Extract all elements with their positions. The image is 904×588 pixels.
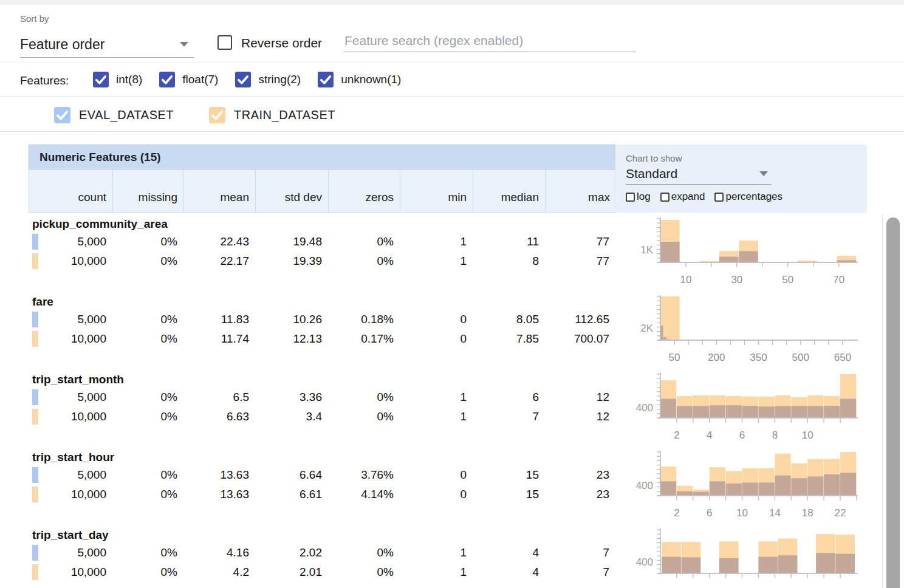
stat-value: 6.63 xyxy=(183,407,255,426)
dataset-label: TRAIN_DATASET xyxy=(234,108,335,122)
stats-row-train_dataset: 10,0000%13.636.614.14%01523 xyxy=(29,485,615,504)
y-axis-ref-label: 400 xyxy=(636,402,653,414)
stat-value: 2.02 xyxy=(255,543,328,562)
chart-toggle-label: log xyxy=(637,191,651,203)
stat-value: 13.63 xyxy=(183,465,255,485)
content-right-border xyxy=(882,214,883,588)
checkbox-unchecked-icon[interactable] xyxy=(660,193,669,202)
feature-type-filter-int[interactable]: int(8) xyxy=(93,72,142,87)
feature-name: pickup_community_area xyxy=(32,217,168,231)
x-axis-tick-label: 50 xyxy=(782,274,793,285)
reverse-order-checkbox[interactable] xyxy=(217,35,232,50)
x-axis-tick-label: 30 xyxy=(731,274,742,285)
stat-value: 15 xyxy=(473,485,545,504)
histogram-trip_start_hour: 4002610141822 xyxy=(623,447,878,524)
feature-type-filter-unknown[interactable]: unknown(1) xyxy=(318,72,401,87)
checkbox-unchecked-icon[interactable] xyxy=(626,193,635,202)
checkbox-checked-icon[interactable] xyxy=(235,72,251,87)
chart-toggle-percentages[interactable]: percentages xyxy=(714,191,782,203)
x-axis-tick-label: 18 xyxy=(802,507,813,519)
chart-toggle-label: percentages xyxy=(725,191,782,203)
stat-value: 10,000 xyxy=(29,485,112,504)
stats-row-eval_dataset: 5,0000%6.53.360%1612 xyxy=(29,388,615,407)
divider xyxy=(0,96,904,97)
column-header-count: count xyxy=(29,169,113,212)
feature-type-filters: int(8)float(7)string(2)unknown(1) xyxy=(93,72,401,87)
stat-value: 10,000 xyxy=(29,562,112,582)
feature-type-label: unknown(1) xyxy=(341,73,401,86)
column-header-mean: mean xyxy=(184,169,256,212)
numeric-features-header: Numeric Features (15) xyxy=(29,145,615,169)
stat-value: 19.39 xyxy=(255,251,328,271)
stat-value: 1 xyxy=(400,251,473,271)
dataset-toggle-train_dataset[interactable]: TRAIN_DATASET xyxy=(209,107,335,123)
stat-value: 0% xyxy=(112,543,183,562)
x-axis-tick-label: 500 xyxy=(792,352,809,363)
stat-value: 5,000 xyxy=(29,310,112,329)
checkbox-checked-icon[interactable] xyxy=(318,72,334,87)
stat-value: 7 xyxy=(545,543,615,562)
chart-toggle-log[interactable]: log xyxy=(626,191,651,203)
dataset-toggle-eval_dataset[interactable]: EVAL_DATASET xyxy=(54,107,174,123)
x-axis-tick-label: 22 xyxy=(835,507,846,519)
y-axis-ref-label: 400 xyxy=(636,480,653,491)
feature-search-input[interactable] xyxy=(343,33,636,52)
stat-value: 0% xyxy=(112,232,183,251)
x-axis-tick-label: 4 xyxy=(707,429,712,441)
stats-row-train_dataset: 10,0000%6.633.40%1712 xyxy=(29,407,615,426)
stat-value: 7 xyxy=(473,407,545,426)
stat-value: 0% xyxy=(328,251,400,271)
stat-value: 8.05 xyxy=(473,310,545,329)
sort-by-label: Sort by xyxy=(20,13,49,24)
stat-value: 0% xyxy=(328,407,400,426)
sort-by-value: Feature order xyxy=(20,36,104,53)
chart-to-show-panel: Chart to show Standard logexpandpercenta… xyxy=(616,145,867,213)
chart-toggle-label: expand xyxy=(671,191,705,203)
stats-row-eval_dataset: 5,0000%4.162.020%147 xyxy=(29,543,615,562)
checkbox-checked-icon[interactable] xyxy=(159,72,175,87)
sort-by-dropdown[interactable]: Feature order xyxy=(20,32,194,58)
feature-name: fare xyxy=(32,295,53,309)
x-axis-tick-label: 10 xyxy=(802,429,813,441)
stat-value: 0% xyxy=(112,485,183,504)
x-axis-tick-label: 70 xyxy=(833,274,844,285)
stat-value: 15 xyxy=(473,465,545,485)
stat-value: 3.36 xyxy=(255,388,328,407)
dataset-checkbox-icon[interactable] xyxy=(209,107,225,123)
stat-value: 11.74 xyxy=(183,329,255,349)
stat-value: 0% xyxy=(112,329,183,349)
stat-value: 6.5 xyxy=(183,388,255,407)
vertical-scrollbar[interactable] xyxy=(886,217,900,588)
histogram-pickup_community_area: 1K10305070 xyxy=(623,214,878,290)
chart-toggle-expand[interactable]: expand xyxy=(660,191,705,203)
x-axis-tick-label: 50 xyxy=(669,352,680,363)
chevron-down-icon xyxy=(180,42,188,47)
checkbox-unchecked-icon[interactable] xyxy=(714,193,724,202)
stat-value: 4.16 xyxy=(183,543,255,562)
stat-value: 0 xyxy=(400,310,473,329)
stat-value: 13.63 xyxy=(183,485,255,504)
stat-value: 4.14% xyxy=(328,485,400,504)
stat-value: 5,000 xyxy=(29,543,112,562)
stat-value: 5,000 xyxy=(29,232,112,251)
checkbox-checked-icon[interactable] xyxy=(93,72,109,87)
feature-type-filter-string[interactable]: string(2) xyxy=(235,72,301,87)
feature-name: trip_start_day xyxy=(32,528,109,542)
feature-name: trip_start_hour xyxy=(32,451,114,464)
stat-value: 77 xyxy=(545,251,615,271)
stat-value: 6.61 xyxy=(255,485,328,504)
dataset-checkbox-icon[interactable] xyxy=(54,107,70,123)
stat-value: 0.17% xyxy=(328,329,400,349)
stat-value: 0% xyxy=(112,407,183,426)
divider xyxy=(0,63,904,63)
column-header-max: max xyxy=(546,169,616,212)
x-axis-tick-label: 2 xyxy=(674,507,679,519)
stat-value: 4.2 xyxy=(183,562,255,582)
chart-option-toggles: logexpandpercentages xyxy=(626,191,867,203)
stats-row-eval_dataset: 5,0000%22.4319.480%11177 xyxy=(29,232,615,251)
feature-type-filter-float[interactable]: float(7) xyxy=(159,72,218,87)
stat-value: 2.01 xyxy=(255,562,328,582)
numeric-features-title: Numeric Features (15) xyxy=(39,151,161,164)
stat-value: 22.43 xyxy=(183,232,255,251)
chart-type-dropdown[interactable]: Standard xyxy=(626,163,772,185)
